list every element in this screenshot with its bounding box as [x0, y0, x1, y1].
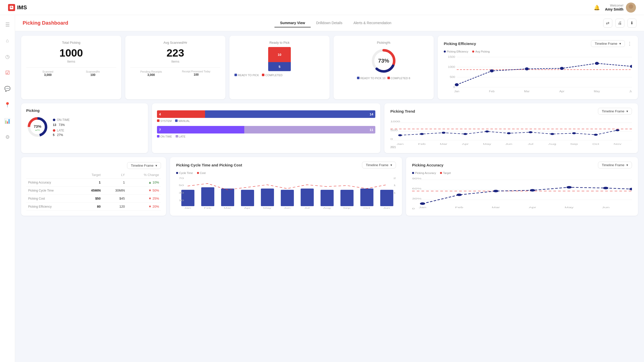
svg-text:Feb: Feb	[418, 143, 426, 145]
efficiency-more-icon[interactable]: ⋮	[627, 41, 632, 47]
card-avg-scanned: Avg Scanned/Hr 223 Items Pending Receipt…	[125, 36, 225, 99]
pending-value: 3,000	[140, 73, 162, 77]
cycle-dropdown[interactable]: Timeline Frame ▾	[362, 162, 396, 168]
col-target: Target	[78, 171, 103, 178]
bar-blue: 5	[268, 62, 291, 71]
row-change: ▼ 25%	[127, 195, 161, 203]
sidebar-item-location[interactable]: 📍	[3, 100, 12, 109]
scanned-hr-label: Scanned/hr	[86, 70, 100, 73]
picking-pct-title: Picking%	[339, 41, 429, 44]
svg-text:50: 50	[179, 184, 184, 187]
efficiency-dropdown[interactable]: Timeline Frame ▾	[591, 40, 625, 47]
bell-icon[interactable]: 🔔	[594, 5, 600, 11]
svg-point-4	[629, 4, 633, 9]
print-button[interactable]: 🖨	[615, 19, 624, 28]
svg-text:Apr: Apr	[559, 90, 564, 93]
tab-drilldown[interactable]: Drilldown Details	[311, 19, 348, 27]
row-target: 45MIN	[78, 187, 103, 195]
card-table: Timeline Frame ▾ Target LY % Change	[21, 157, 166, 216]
scanned-hr-value: 100	[86, 73, 100, 77]
svg-text:1000: 1000	[448, 66, 455, 68]
efficiency-svg: 1500 1000 500 0	[444, 55, 632, 95]
legend-efficiency: Picking Efficiency	[444, 50, 468, 53]
svg-point-102	[457, 194, 462, 196]
row-label: Picking Accuracy	[26, 178, 78, 187]
sidebar-item-home[interactable]: ⌂	[4, 36, 10, 45]
svg-text:Jun: Jun	[383, 207, 390, 209]
svg-point-106	[603, 187, 609, 189]
sidebar: ☰ ⌂ ◷ ☑ 💬 📍 📊 ⚙	[0, 15, 15, 362]
svg-point-22	[595, 62, 599, 65]
svg-point-44	[441, 132, 445, 134]
scanned-label: Scanned	[43, 70, 53, 73]
svg-text:60%: 60%	[412, 187, 421, 190]
svg-point-45	[463, 133, 467, 135]
svg-text:May: May	[263, 207, 271, 209]
trend-dropdown-label: Timeline Frame	[602, 109, 624, 113]
avg-scanned-footer: Pending Receipts 3,000 Receipt Processed…	[130, 67, 220, 77]
cycle-svg: 70 50 30 10 200 150 100 Jan Feb Mar	[176, 176, 396, 211]
svg-rect-65	[201, 187, 214, 206]
user-text: Welcome! Amy Smith	[605, 4, 623, 11]
svg-point-42	[398, 134, 402, 136]
svg-text:90%: 90%	[412, 177, 421, 180]
tab-alerts[interactable]: Alerts & Recomendation	[348, 19, 397, 27]
svg-text:Oct: Oct	[592, 143, 599, 145]
svg-text:May: May	[565, 206, 574, 209]
title-suffix: Dashboard	[41, 20, 68, 26]
svg-point-105	[567, 186, 572, 189]
topnav: IMS 🔔 Welcome! Amy Smith	[0, 0, 644, 15]
svg-text:Sep: Sep	[570, 143, 578, 145]
topnav-right: 🔔 Welcome! Amy Smith	[594, 3, 636, 13]
footer-scanned-hr: Scanned/hr 100	[86, 70, 100, 77]
card-accuracy: Picking Accuracy Timeline Frame ▾ Pickin…	[406, 157, 638, 216]
svg-text:Mar: Mar	[224, 207, 231, 209]
svg-rect-69	[281, 190, 294, 206]
receipt-value: 100	[182, 73, 210, 76]
svg-text:1500: 1500	[448, 56, 455, 58]
svg-text:▲5%: ▲5%	[35, 129, 40, 131]
legend-late: LATE	[176, 135, 186, 138]
tab-summary-view[interactable]: Summary View	[274, 19, 310, 27]
sidebar-item-settings[interactable]: ⚙	[4, 132, 11, 142]
trend-dropdown[interactable]: Timeline Frame ▾	[598, 108, 632, 115]
app-body: ☰ ⌂ ◷ ☑ 💬 📍 📊 ⚙ Picking Dashboard Summar…	[0, 15, 644, 362]
username-text: Amy Smith	[605, 7, 623, 11]
efficiency-legend: Picking Efficiency Avg Picking	[444, 50, 632, 53]
sidebar-item-chat[interactable]: 💬	[3, 84, 12, 93]
svg-text:0: 0	[412, 207, 415, 210]
table-dropdown[interactable]: Timeline Frame ▾	[127, 162, 161, 169]
card-ready-to-pick: Ready to Pick 10 5 READY TO PICK COMPLET…	[229, 36, 330, 99]
svg-point-48	[529, 131, 532, 133]
sidebar-item-chart[interactable]: 📊	[3, 116, 12, 125]
card-cycle-time: Picking Cycle Time and Picking Cost Time…	[170, 157, 402, 216]
svg-point-50	[572, 132, 576, 134]
svg-text:Mar: Mar	[440, 143, 447, 145]
sidebar-item-history[interactable]: ◷	[4, 52, 11, 61]
card-total-picking: Total Picking 1000 Items Scanned 3,000 S…	[21, 36, 121, 99]
total-picking-footer: Scanned 3,000 Scanned/hr 100	[26, 67, 116, 77]
svg-text:Aug: Aug	[548, 143, 556, 145]
download-button[interactable]: ⬇	[627, 19, 636, 28]
logo: IMS	[8, 4, 27, 11]
sidebar-item-tasks[interactable]: ☑	[4, 68, 11, 77]
receipt-label: Receipt Processed Today	[182, 70, 210, 73]
chevron-down-icon2: ▾	[626, 109, 628, 113]
avatar	[626, 3, 636, 13]
cycle-title: Picking Cycle Time and Picking Cost	[176, 163, 242, 167]
svg-rect-67	[241, 190, 254, 206]
row-target: $50	[78, 195, 103, 203]
table-row: Picking Accuracy 1 1 ▲ 10%	[26, 178, 161, 187]
row-target: 1	[78, 178, 103, 187]
share-button[interactable]: ⇄	[603, 19, 612, 28]
legend-manual: MANUAL	[175, 119, 190, 122]
efficiency-title: Picking Efficiency	[444, 41, 476, 46]
accuracy-dropdown[interactable]: Timeline Frame ▾	[598, 162, 632, 168]
svg-text:Sep: Sep	[343, 207, 351, 209]
chevron-down-icon: ▾	[619, 42, 621, 46]
sidebar-item-menu[interactable]: ☰	[4, 20, 11, 29]
trend-svg: 1000 500 0	[390, 118, 632, 145]
trend-title: Picking Trend	[390, 109, 415, 113]
svg-text:1000: 1000	[390, 120, 400, 123]
legend-cost: Cost	[197, 171, 206, 174]
